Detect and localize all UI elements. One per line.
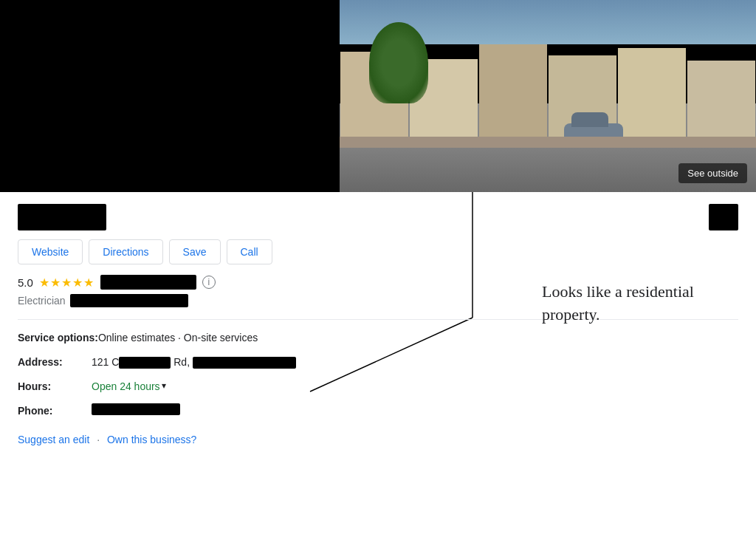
hours-dropdown-icon[interactable]: ▾: [162, 379, 166, 392]
hours-row: Hours: Open 24 hours ▾: [18, 379, 738, 394]
address-row: Address: 121 C Rd,: [18, 355, 738, 370]
call-button[interactable]: Call: [227, 239, 272, 264]
service-options-value: Online estimates · On-site services: [98, 330, 258, 346]
rating-count-redacted: [100, 275, 196, 290]
building-6: [687, 61, 755, 148]
action-buttons: Website Directions Save Call: [18, 239, 738, 264]
website-button[interactable]: Website: [18, 239, 83, 264]
black-panel-left: [0, 0, 340, 192]
callout-annotation: Looks like a residential property.: [542, 281, 734, 327]
building-5: [618, 48, 686, 148]
building-3: [479, 44, 547, 148]
phone-row: Phone:: [18, 403, 738, 419]
address-value: 121 C Rd,: [92, 355, 296, 370]
service-options-row: Service options: Online estimates · On-s…: [18, 330, 738, 346]
info-icon[interactable]: i: [202, 276, 216, 289]
category-label: Electrician: [18, 295, 66, 307]
phone-redacted: [92, 403, 180, 415]
save-button[interactable]: Save: [169, 239, 221, 264]
street-view-container: See outside: [340, 0, 756, 192]
address-label: Address:: [18, 355, 92, 370]
phone-label: Phone:: [18, 403, 92, 419]
top-section: See outside: [0, 0, 756, 192]
hours-label: Hours:: [18, 379, 92, 394]
address-start: 121 C: [92, 356, 119, 368]
rating-number: 5.0: [18, 276, 33, 289]
address-rd: Rd,: [173, 356, 190, 368]
directions-button[interactable]: Directions: [89, 239, 162, 264]
business-name-redacted: [18, 204, 106, 230]
bottom-links: Suggest an edit · Own this business?: [18, 434, 738, 445]
address-city-redacted: [193, 357, 296, 369]
service-options-label: Service options:: [18, 330, 98, 346]
see-outside-button[interactable]: See outside: [678, 163, 747, 183]
link-separator: ·: [97, 434, 100, 445]
address-street-redacted: [119, 357, 171, 369]
callout-text: Looks like a residential property.: [542, 282, 694, 324]
star-rating: ★★★★★: [39, 276, 94, 290]
car-top: [571, 112, 608, 127]
tree-overlay: [369, 22, 428, 103]
top-right-redacted: [709, 204, 738, 230]
own-business-link[interactable]: Own this business?: [107, 434, 196, 445]
suggest-edit-link[interactable]: Suggest an edit: [18, 434, 89, 445]
category-extra-redacted: [70, 294, 188, 307]
hours-value[interactable]: Open 24 hours: [92, 379, 160, 394]
details-section: Service options: Online estimates · On-s…: [18, 319, 738, 419]
business-name-row: [18, 204, 738, 230]
